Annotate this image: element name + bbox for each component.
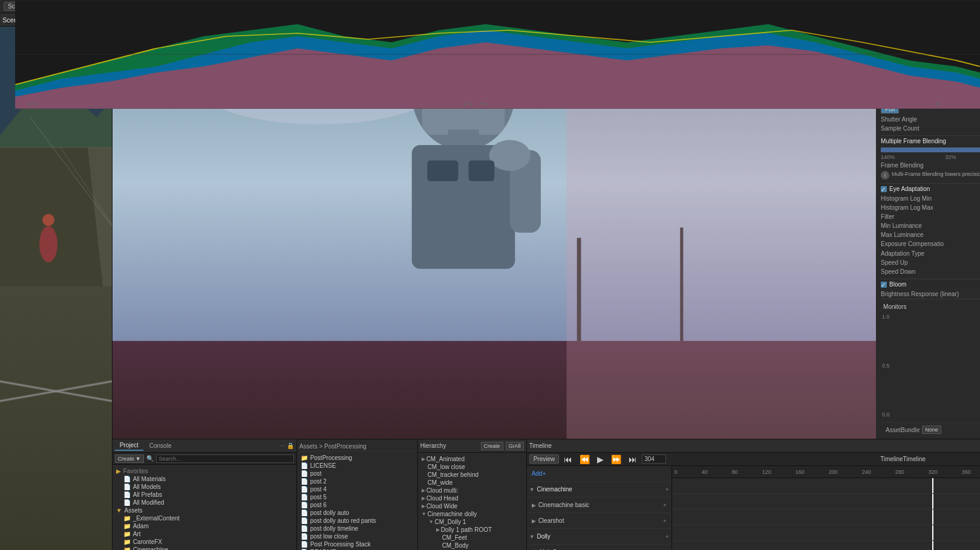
cine-basic-row (672, 510, 980, 525)
timeline-ruler: 0 40 80 120 160 200 240 280 320 360 400 … (672, 466, 980, 478)
ruler-0: 0 (675, 469, 678, 475)
ruler-40: 40 (702, 469, 708, 475)
cine-group-row (672, 494, 980, 510)
waveform-svg: 0 0.5 1 (876, 40, 980, 109)
waveform-canvas: 0 0.5 1 (876, 40, 980, 439)
ruler-360: 360 (962, 469, 971, 475)
center-right: Game Display 1 ▼ 16:9 ▼ Scale 1x Maximiz… (113, 13, 980, 550)
ruler-280: 280 (895, 469, 904, 475)
ruler-200: 200 (829, 469, 838, 475)
add-row (672, 478, 980, 494)
waveform-area: 1.0 0.5 0.0 (881, 311, 980, 420)
clearshot-row (672, 525, 980, 541)
inspector-panel: ⊙ Inspector Inspector Focus Distance 2.4… (876, 27, 980, 439)
dolly-group-row (672, 541, 980, 550)
ruler-160: 160 (795, 469, 805, 475)
timeline-content: 0 40 80 120 160 200 240 280 320 360 400 … (672, 466, 980, 550)
ruler-80: 80 (732, 469, 738, 475)
inspector-body: Focus Distance 2.42545 Aperture (f-stop)… (876, 40, 980, 439)
center-panel: Game Display 1 ▼ 16:9 ▼ Scale 1x Maximiz… (113, 13, 980, 439)
main-layout: Scene Shaded 2D 💡 Gizmos ▼ GrAll (0, 13, 980, 550)
game-and-inspector: CM MainCamera: CM_Dolly_auto ⊙ Inspector… (113, 27, 980, 439)
monitors-section: Monitors ▶ RGB Wav (881, 299, 980, 422)
ruler-120: 120 (762, 469, 771, 475)
svg-text:1: 1 (933, 102, 943, 107)
ruler-240: 240 (862, 469, 871, 475)
timeline-clips: Muted CM_Feet Muted (672, 478, 980, 550)
ruler-320: 320 (929, 469, 938, 475)
